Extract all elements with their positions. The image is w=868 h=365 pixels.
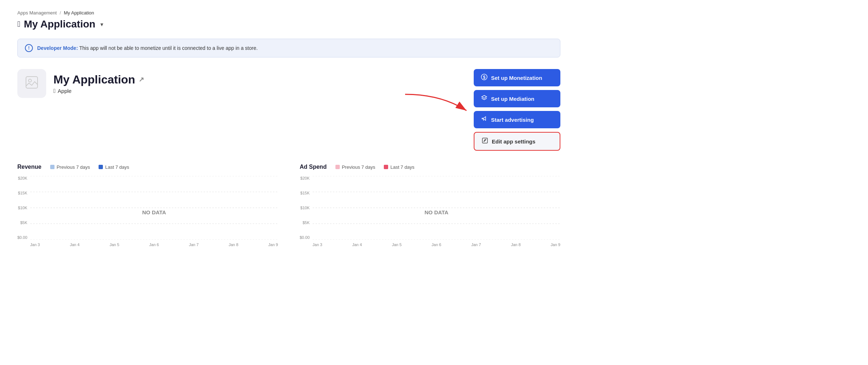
revenue-chart-header: Revenue Previous 7 days Last 7 days [17,164,278,170]
svg-text:$: $ [483,75,486,80]
adspend-chart: Ad Spend Previous 7 days Last 7 days $20… [300,164,560,248]
edit-app-settings-button[interactable]: Edit app settings [474,132,560,151]
revenue-y-axis: $20K $15K $10K $5K $0.00 [17,176,27,248]
action-buttons: $ Set up Monetization Set up Mediation [474,69,560,151]
revenue-chart-body: $20K $15K $10K $5K $0.00 [17,176,278,248]
app-name: My Application ↗ [53,73,144,86]
edit-icon [482,137,488,145]
annotation-arrow [398,91,470,120]
setup-monetization-button[interactable]: $ Set up Monetization [474,69,560,86]
adspend-chart-svg [313,176,560,240]
app-info: My Application ↗  Apple [17,69,144,98]
action-area: $ Set up Monetization Set up Mediation [474,69,560,151]
banner-text: Developer Mode: This app will not be abl… [37,45,258,51]
adspend-last-dot [384,165,388,169]
svg-rect-5 [482,138,487,143]
app-icon-box [17,69,46,98]
svg-point-1 [29,79,31,82]
app-platform:  Apple [53,88,144,94]
app-icon-placeholder [25,76,38,91]
layers-icon [481,95,487,103]
adspend-y-axis: $20K $15K $10K $5K $0.00 [300,176,310,248]
apple-platform-icon:  [17,20,20,29]
banner-body-text: This app will not be able to monetize un… [79,45,257,51]
external-link-icon[interactable]: ↗ [139,76,144,83]
adspend-legend-prev: Previous 7 days [335,164,376,170]
page-title-row:  My Application ▾ [17,18,560,30]
adspend-prev-dot [335,165,340,169]
breadcrumb: Apps Management / My Application [17,10,560,16]
apple-logo-icon:  [53,88,56,94]
app-header: My Application ↗  Apple [17,69,560,151]
banner-bold-text: Developer Mode: [37,45,78,51]
adspend-chart-body: $20K $15K $10K $5K $0.00 [300,176,560,248]
revenue-chart-title: Revenue [17,164,42,170]
setup-mediation-button[interactable]: Set up Mediation [474,90,560,107]
breadcrumb-separator: / [60,10,61,16]
revenue-legend-prev: Previous 7 days [50,164,90,170]
adspend-x-axis: Jan 3 Jan 4 Jan 5 Jan 6 Jan 7 Jan 8 Jan … [313,242,560,247]
info-icon: ! [25,44,33,52]
page-title: My Application [24,18,95,30]
breadcrumb-current: My Application [64,10,94,16]
adspend-chart-area: NO DATA Jan 3 Jan 4 Jan 5 Jan 6 Jan 7 Ja… [313,176,560,248]
dollar-icon: $ [481,74,487,82]
title-chevron-icon[interactable]: ▾ [100,21,103,28]
adspend-chart-title: Ad Spend [300,164,327,170]
revenue-last-dot [99,165,103,169]
charts-section: Revenue Previous 7 days Last 7 days $20K… [17,164,560,248]
adspend-chart-header: Ad Spend Previous 7 days Last 7 days [300,164,560,170]
revenue-prev-dot [50,165,55,169]
revenue-chart-area: NO DATA Jan 3 Jan 4 Jan 5 Jan 6 Jan 7 Ja… [30,176,278,248]
revenue-legend-last: Last 7 days [99,164,129,170]
breadcrumb-parent[interactable]: Apps Management [17,10,57,16]
revenue-x-axis: Jan 3 Jan 4 Jan 5 Jan 6 Jan 7 Jan 8 Jan … [30,242,278,247]
start-advertising-button[interactable]: Start advertising [474,111,560,128]
developer-mode-banner: ! Developer Mode: This app will not be a… [17,39,560,57]
app-name-section: My Application ↗  Apple [53,73,144,94]
revenue-chart-svg [30,176,278,240]
revenue-chart: Revenue Previous 7 days Last 7 days $20K… [17,164,278,248]
adspend-legend-last: Last 7 days [384,164,415,170]
megaphone-icon [481,116,487,124]
